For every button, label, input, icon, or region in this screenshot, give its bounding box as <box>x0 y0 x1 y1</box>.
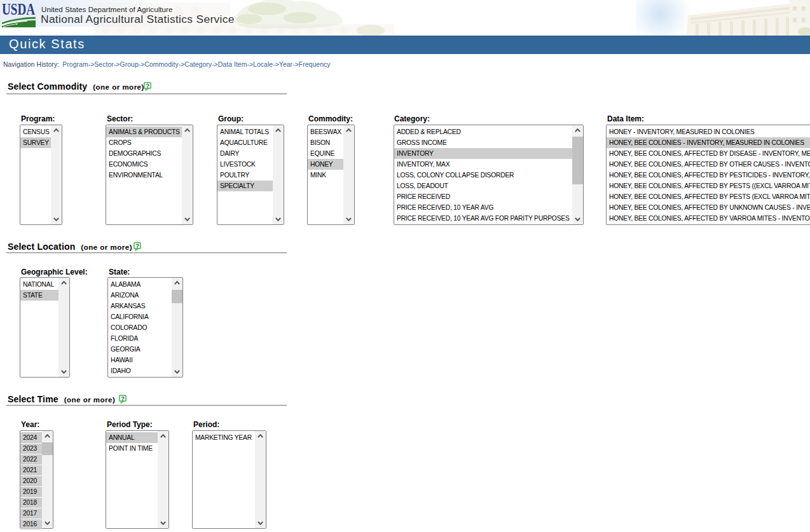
svg-text:?: ? <box>121 395 125 402</box>
svg-text:?: ? <box>135 242 139 249</box>
svg-text:USDA: USDA <box>2 4 35 18</box>
svg-text:?: ? <box>146 82 149 89</box>
